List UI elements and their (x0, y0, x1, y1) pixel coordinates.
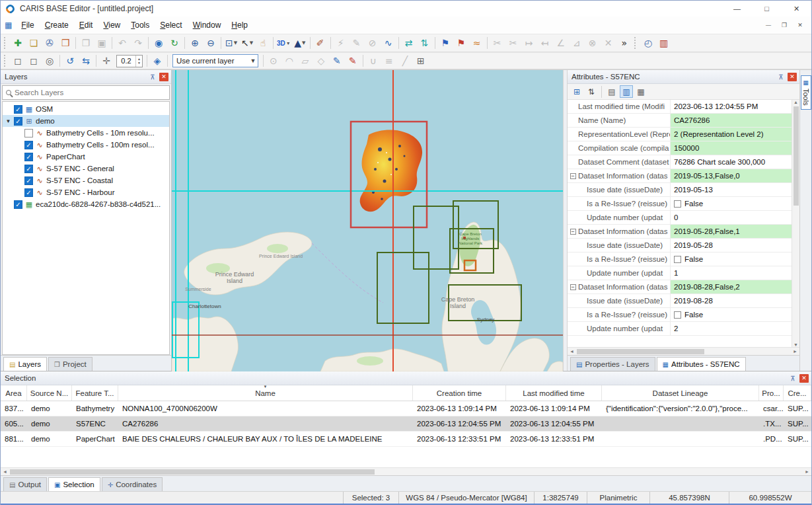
layer-item[interactable]: ∿Bathymetry Cells - 10m resolu... (3, 127, 169, 139)
horizontal-scrollbar[interactable]: ◄ ► (1, 467, 811, 475)
layer-item[interactable]: ✓∿S-57 ENC - Coastal (3, 175, 169, 186)
search-box[interactable] (2, 85, 170, 100)
tab-output[interactable]: ▤Output (3, 477, 47, 491)
sketch-icon[interactable]: ✎ (329, 54, 345, 68)
attribute-value[interactable]: 0 (671, 211, 792, 224)
transform-icon[interactable]: ⇆ (78, 54, 94, 68)
zoom-window-icon[interactable]: ⊡▼ (223, 36, 239, 50)
view-compact-icon[interactable]: ▤ (605, 85, 618, 98)
layer-checkbox[interactable]: ✓ (24, 165, 33, 173)
checkbox-unchecked-icon[interactable] (674, 256, 681, 263)
zoom-out-icon[interactable]: ⊖ (203, 36, 219, 50)
selection-column-header[interactable]: Creation time (413, 385, 506, 401)
flip-vertical-icon[interactable]: ⇅ (417, 36, 433, 50)
checkbox-unchecked-icon[interactable] (674, 311, 681, 319)
pin-icon[interactable]: ⊼ (777, 73, 785, 81)
table-row[interactable]: 837...demoBathymetryNONNA100_4700N06200W… (1, 401, 811, 416)
attribute-value[interactable]: 2019-08-28,False,2 (671, 280, 792, 293)
scale-spinner[interactable]: 0.2▲▼ (116, 55, 143, 67)
selection-column-header[interactable]: Last modified time (506, 385, 602, 401)
attribute-row[interactable]: RepresentationLevel (Repre2 (Representat… (568, 128, 792, 141)
layer-item[interactable]: ✓▦OSM (3, 103, 169, 115)
layer-checkbox[interactable]: ✓ (24, 153, 33, 161)
attribute-value[interactable]: 2023-06-13 12:04:55 PM (671, 100, 792, 113)
mdi-restore-button[interactable]: ❐ (777, 19, 792, 31)
maximize-button[interactable]: □ (752, 1, 782, 17)
view-3d-icon[interactable]: 3D▼ (276, 36, 292, 50)
attribute-row[interactable]: Update number (updat2 (568, 322, 792, 336)
selection-column-header[interactable]: Area (1, 385, 27, 401)
attribute-row[interactable]: −Dataset Information (datas2019-08-28,Fa… (568, 280, 792, 294)
selection-column-header[interactable]: Feature T... (72, 385, 118, 401)
close-button[interactable]: ✕ (782, 1, 811, 17)
layer-item[interactable]: ✓∿S-57 ENC - Harbour (3, 186, 169, 198)
horizontal-scrollbar[interactable]: ◄ ► (568, 347, 799, 355)
selection-column-header[interactable]: Cre... (784, 385, 811, 401)
attribute-value[interactable]: 76286 Chart scale 300,000 (671, 155, 792, 169)
attach-data-icon[interactable]: ✇ (42, 36, 57, 50)
select-by-rect-icon[interactable]: ◻ (10, 54, 26, 68)
attribute-value[interactable]: False (671, 252, 792, 266)
map-view[interactable]: Prince Edward Island Prince Edward Islan… (172, 70, 563, 371)
collapse-box-icon[interactable]: − (568, 173, 578, 179)
scroll-right-icon[interactable]: ► (793, 349, 797, 354)
refresh-icon[interactable]: ↻ (166, 36, 182, 50)
status-view-mode[interactable]: Planimetric (587, 492, 649, 504)
layer-checkbox[interactable]: ✓ (14, 200, 22, 209)
menu-create[interactable]: Create (40, 19, 74, 32)
scroll-right-icon[interactable]: ► (805, 469, 809, 474)
menu-select[interactable]: Select (155, 19, 187, 32)
pin-icon[interactable]: ⊼ (149, 73, 157, 81)
erase-icon[interactable]: ✎ (345, 54, 361, 68)
search-input[interactable] (15, 89, 166, 97)
attribute-value[interactable]: False (671, 308, 792, 321)
layer-item[interactable]: ✓∿PaperChart (3, 151, 169, 163)
attribute-row[interactable]: Dataset Comment (dataset76286 Chart scal… (568, 155, 792, 169)
tab-attributes-s57enc[interactable]: ▦Attributes - S57ENC (657, 357, 746, 371)
select-by-lasso-icon[interactable]: ◻ (26, 54, 42, 68)
pin-icon[interactable]: ⊼ (789, 375, 797, 382)
import-icon[interactable]: ❒ (57, 36, 73, 50)
tab-layers[interactable]: ▤Layers (3, 357, 47, 371)
flip-horizontal-icon[interactable]: ⇄ (401, 36, 417, 50)
tab-project[interactable]: ❒Project (48, 357, 92, 371)
scrollbar-thumb[interactable] (10, 469, 375, 475)
menu-file[interactable]: File (16, 19, 39, 32)
status-crs[interactable]: WGS 84 / Pseudo-Mercator [WG84] (398, 492, 534, 504)
selection-column-header[interactable]: Source N... (27, 385, 72, 401)
layer-checkbox[interactable]: ✓ (24, 188, 33, 197)
attribute-value[interactable]: 2019-05-28,False,1 (671, 225, 792, 238)
key-select-icon[interactable]: ◎ (42, 54, 57, 68)
panel-splitter[interactable] (563, 70, 568, 371)
layer-checkbox[interactable]: ✓ (24, 176, 33, 185)
attribute-row[interactable]: −Dataset Information (datas2019-05-13,Fa… (568, 169, 792, 183)
select-tool-icon[interactable]: ↖▼ (239, 36, 255, 50)
scrollbar-thumb[interactable] (794, 106, 799, 206)
scrollbar-thumb[interactable] (577, 349, 704, 354)
minimize-button[interactable]: — (722, 1, 752, 17)
raster-paint-icon[interactable]: ◈ (149, 54, 165, 68)
attribute-row[interactable]: Name (Name)CA276286 (568, 114, 792, 128)
overflow-chevron-icon[interactable]: » (616, 36, 632, 50)
attribute-value[interactable]: 2019-05-13 (671, 183, 792, 196)
attribute-value[interactable]: 2 (671, 322, 792, 335)
time-series-icon[interactable]: ◴ (640, 36, 656, 50)
attribute-row[interactable]: Issue date (issueDate)2019-05-13 (568, 183, 792, 197)
attribute-value[interactable]: 1 (671, 266, 792, 280)
layer-item[interactable]: ✓∿S-57 ENC - General (3, 163, 169, 175)
scroll-up-icon[interactable]: ▲ (794, 100, 798, 104)
layer-item[interactable]: ✓∿Bathymetry Cells - 100m resol... (3, 139, 169, 151)
close-panel-icon[interactable]: ✕ (788, 73, 797, 81)
snap-toggle-icon[interactable]: ⊞ (413, 54, 429, 68)
view-table-icon[interactable]: ▥ (620, 85, 633, 98)
attribute-value[interactable]: 2019-05-13,False,0 (671, 169, 792, 182)
attribute-value[interactable]: 2 (Representation Level 2) (671, 128, 792, 141)
north-arrow-icon[interactable]: ▲▼ (292, 36, 308, 50)
new-project-icon[interactable]: ✚ (10, 36, 26, 50)
collapse-box-icon[interactable]: − (568, 284, 578, 290)
status-scale[interactable]: 1:3825749 (534, 492, 587, 504)
layer-checkbox[interactable]: ✓ (24, 141, 33, 149)
move-icon[interactable]: ✛ (98, 54, 114, 68)
table-row[interactable]: 605...demoS57ENCCA2762862023-06-13 12:04… (1, 416, 811, 432)
tools-side-tab[interactable]: ▦ Tools (801, 75, 811, 110)
